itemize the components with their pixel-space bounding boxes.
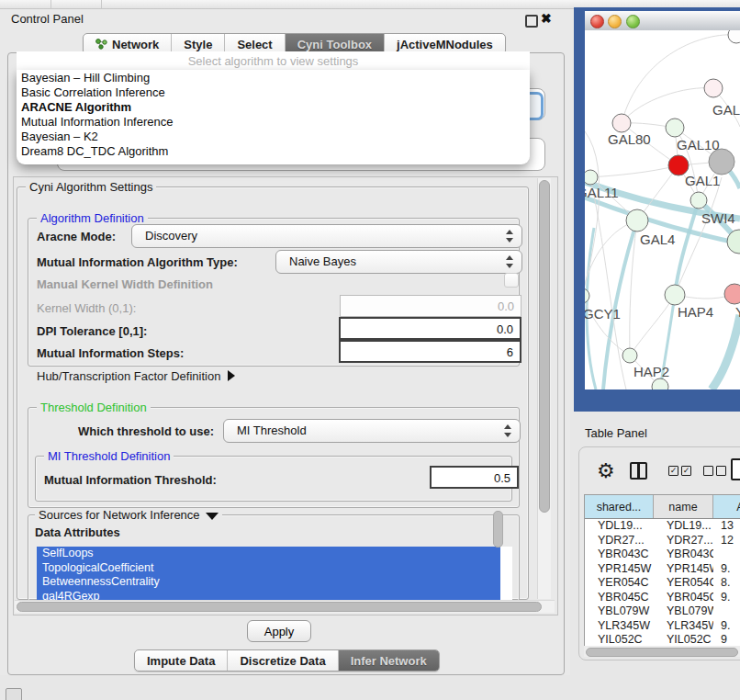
attribute-list-item[interactable]: SelfLoops [37, 547, 500, 561]
column-header-shared[interactable]: shared... [585, 495, 654, 518]
table-cell: 9. [713, 562, 740, 577]
tab-discretize-data[interactable]: Discretize Data [228, 650, 338, 671]
sources-title[interactable]: Sources for Network Inference [35, 508, 222, 522]
column-header-a[interactable]: A [713, 495, 740, 518]
table-cell: 9. [713, 591, 740, 605]
attribute-list-item[interactable]: BetweennessCentrality [37, 575, 500, 590]
table-cell: YDL19... [654, 519, 713, 534]
mi-type-combobox[interactable]: Naive Bayes [275, 250, 522, 274]
dropdown-option[interactable]: Basic Correlation Inference [17, 85, 530, 100]
mi-threshold-field[interactable]: 0.5 [430, 466, 519, 489]
expanded-arrow-icon [206, 513, 219, 520]
node-label: GAL11 [585, 185, 619, 200]
settings-horizontal-scrollbar-thumb[interactable] [17, 602, 542, 612]
select-all-columns-icon[interactable]: ✓✓ [668, 466, 691, 476]
columns-icon[interactable] [630, 462, 647, 480]
hub-section-toggle[interactable]: Hub/Transcription Factor Definition [37, 369, 235, 383]
dpi-tolerance-value: 0.0 [497, 322, 513, 336]
dropdown-option[interactable]: ARACNE Algorithm [17, 100, 530, 115]
network-node[interactable] [626, 209, 648, 231]
column-header-name[interactable]: name [654, 495, 713, 518]
table-horizontal-scrollbar-thumb[interactable] [586, 648, 738, 657]
dropdown-option[interactable]: Mutual Information Inference [17, 115, 530, 130]
mi-steps-field[interactable]: 6 [339, 340, 521, 363]
dpi-tolerance-field[interactable]: 0.0 [339, 317, 521, 340]
attribute-table[interactable]: shared...nameA YDL19...YDL19...13YDR27..… [584, 494, 740, 648]
table-cell: 12 [713, 534, 740, 548]
tab-infer-network[interactable]: Infer Network [339, 650, 439, 671]
float-panel-icon[interactable] [525, 15, 538, 28]
toolbar-divider [50, 0, 51, 8]
algorithm-combobox-placeholder: Select algorithm to view settings [17, 51, 530, 68]
settings-vertical-scrollbar-thumb[interactable] [539, 180, 550, 513]
table-cell: YBR045C [585, 591, 654, 605]
table-row[interactable]: YER054CYER054C8. [585, 576, 740, 591]
network-node[interactable] [709, 149, 734, 175]
network-node[interactable] [724, 284, 740, 304]
table-cell: 8. [713, 576, 740, 591]
gear-icon[interactable]: ⚙ [597, 459, 615, 483]
sources-title-label: Sources for Network Inference [39, 508, 200, 522]
dock-panel-icon[interactable] [6, 688, 22, 700]
network-node[interactable] [690, 192, 707, 209]
table-cell: 9. [713, 619, 740, 634]
stepper-arrows-icon [506, 254, 514, 269]
tab-label: Style [184, 38, 212, 51]
table-row[interactable]: YDL19...YDL19...13 [585, 519, 740, 534]
network-window-titlebar[interactable] [585, 11, 740, 31]
network-node[interactable] [728, 30, 740, 43]
table-toolbar: ⚙ ✓✓ [584, 457, 740, 491]
minimize-traffic-light[interactable] [608, 15, 622, 28]
stepper-arrows-icon [506, 229, 514, 243]
network-node[interactable] [665, 285, 685, 305]
network-canvas[interactable]: GALGAL80GAL10GAL1GAL11SWI4GAL4GCY1HAP4YH… [585, 30, 740, 390]
node-label: GAL [712, 102, 740, 118]
network-edge[interactable] [590, 165, 678, 177]
zoom-traffic-light[interactable] [626, 15, 640, 28]
network-node[interactable] [585, 170, 598, 185]
data-attributes-list[interactable]: SelfLoopsTopologicalCoefficientBetweenne… [37, 547, 512, 607]
file-icon[interactable] [731, 458, 740, 480]
attribute-list-item[interactable]: TopologicalCoefficient [37, 561, 500, 576]
table-row[interactable]: YBL079WYBL079W [585, 604, 740, 619]
which-threshold-combobox[interactable]: MI Threshold [223, 419, 521, 443]
table-cell: YLR345W [654, 619, 713, 634]
network-edge[interactable] [622, 88, 713, 123]
dropdown-option[interactable]: Bayesian – Hill Climbing [17, 71, 530, 85]
deselect-all-columns-icon[interactable] [703, 466, 726, 476]
algorithm-combobox[interactable]: Select algorithm to view settings [17, 51, 530, 71]
table-row[interactable]: YLR345WYLR345W9. [585, 619, 740, 634]
mi-type-value: Naive Bayes [289, 254, 356, 268]
manual-kernel-label: Manual Kernel Width Definition [37, 277, 213, 291]
network-edge-strong[interactable] [712, 315, 740, 390]
table-cell: YER054C [585, 576, 654, 591]
dropdown-option[interactable]: Bayesian – K2 [17, 130, 530, 144]
network-node[interactable] [622, 348, 637, 363]
aracne-mode-combobox[interactable]: Discovery [131, 224, 522, 248]
network-node[interactable] [585, 288, 589, 303]
table-cell: YDL19... [585, 519, 654, 534]
panel-title: Control Panel [11, 12, 84, 26]
table-cell: 13 [713, 519, 740, 534]
close-traffic-light[interactable] [590, 15, 604, 28]
tab-label: Select [237, 38, 272, 51]
screen: Control Panel ✖ galFiltered.sif default … [0, 0, 740, 700]
tab-impute-data[interactable]: Impute Data [135, 650, 228, 671]
manual-kernel-checkbox[interactable] [504, 273, 519, 288]
table-row[interactable]: YPR145WYPR145W9. [585, 562, 740, 577]
close-icon[interactable]: ✖ [541, 11, 552, 26]
table-row[interactable]: YDR27...YDR27...12 [585, 534, 740, 548]
apply-button[interactable]: Apply [247, 620, 311, 642]
bottom-tab-strip: Impute DataDiscretize DataInfer Network [134, 649, 440, 672]
dropdown-option[interactable]: Dream8 DC_TDC Algorithm [17, 144, 530, 159]
table-row[interactable]: YBR045CYBR045C9. [585, 591, 740, 605]
table-row[interactable]: YBR043CYBR043C [585, 548, 740, 562]
table-cell: YPR145W [654, 562, 713, 577]
network-node[interactable] [666, 119, 684, 137]
network-node[interactable] [612, 114, 631, 132]
network-node[interactable] [704, 79, 723, 97]
network-edge-strong[interactable] [603, 220, 637, 390]
kernel-width-field[interactable]: 0.0 [340, 295, 521, 317]
aracne-mode-label: Aracne Mode: [37, 230, 116, 243]
attributes-scrollbar[interactable] [493, 511, 503, 548]
